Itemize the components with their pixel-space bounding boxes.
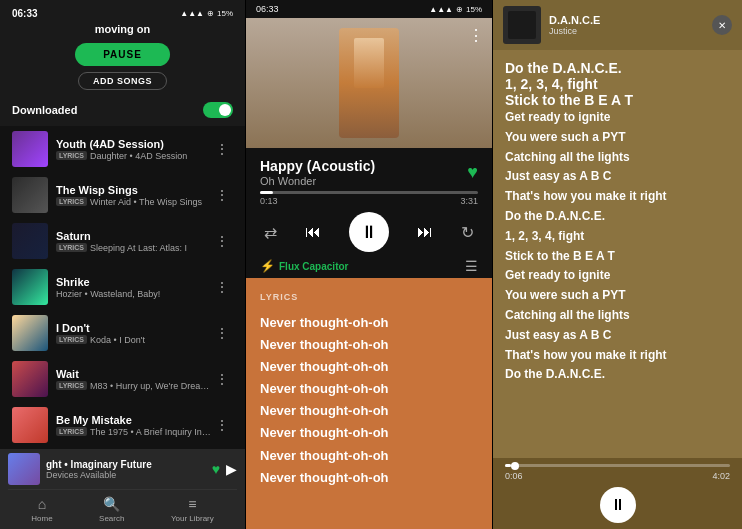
p3-progress-dot <box>511 462 519 470</box>
song-thumb <box>12 223 48 259</box>
song-title: Shrike <box>56 276 211 288</box>
bottom-nav: ⌂ Home 🔍 Search ≡ Your Library <box>8 489 237 525</box>
song-meta: LYRICS Winter Aid • The Wisp Sings <box>56 197 211 207</box>
nav-search-label: Search <box>99 514 124 523</box>
p3-play-button[interactable]: ⏸ <box>600 487 636 523</box>
lyric-line: Stick to the B E A T <box>505 92 730 108</box>
home-icon: ⌂ <box>38 496 46 512</box>
p3-total-time: 4:02 <box>712 471 730 481</box>
pause-button[interactable]: PAUSE <box>75 43 170 66</box>
song-meta: LYRICS M83 • Hurry up, We're Dreaming <box>56 381 211 391</box>
more-options-button[interactable]: ⋮ <box>468 26 484 45</box>
progress-bar[interactable] <box>260 191 478 194</box>
album-art-figure <box>339 28 399 138</box>
track-details: Happy (Acoustic) Oh Wonder <box>260 158 375 187</box>
p3-track-info: D.A.N.C.E Justice <box>549 14 704 36</box>
lyric-line: Never thought-oh-oh <box>260 334 478 356</box>
more-icon[interactable]: ⋮ <box>211 233 233 249</box>
more-icon[interactable]: ⋮ <box>211 325 233 341</box>
status-icons-1: ▲▲▲ ⊕ 15% <box>180 9 233 18</box>
search-icon: 🔍 <box>103 496 120 512</box>
song-title: Saturn <box>56 230 211 242</box>
more-icon[interactable]: ⋮ <box>211 371 233 387</box>
nav-library[interactable]: ≡ Your Library <box>171 496 214 523</box>
list-item[interactable]: Saturn LYRICS Sleeping At Last: Atlas: I… <box>4 218 241 264</box>
list-item[interactable]: Shrike Hozier • Wasteland, Baby! ⋮ <box>4 264 241 310</box>
song-thumb <box>12 269 48 305</box>
battery-icon-2: 15% <box>466 5 482 14</box>
lyric-line: Do the D.A.N.C.E. <box>505 365 730 385</box>
play-pause-button[interactable]: ⏸ <box>349 212 389 252</box>
lyrics-badge: LYRICS <box>56 243 87 252</box>
song-title: The Wisp Sings <box>56 184 211 196</box>
lyric-line: Never thought-oh-oh <box>260 356 478 378</box>
lyric-line: Just easy as A B C <box>505 326 730 346</box>
flux-row: ⚡ Flux Capacitor ☰ <box>246 254 492 278</box>
repeat-button[interactable]: ↻ <box>461 223 474 242</box>
song-thumb <box>12 407 48 443</box>
song-artist: Hozier • Wasteland, Baby! <box>56 289 160 299</box>
track-artist: Oh Wonder <box>260 175 375 187</box>
wifi-icon-2: ⊕ <box>456 5 463 14</box>
song-artist: Sleeping At Last: Atlas: I <box>90 243 187 253</box>
lyric-line: You were such a PYT <box>505 128 730 148</box>
more-icon[interactable]: ⋮ <box>211 187 233 203</box>
status-bar-1: 06:33 ▲▲▲ ⊕ 15% <box>12 8 233 23</box>
lyric-line: Do the D.A.N.C.E. <box>505 60 730 76</box>
track-info: Happy (Acoustic) Oh Wonder ♥ <box>246 148 492 191</box>
heart-icon[interactable]: ♥ <box>212 461 220 477</box>
lyrics-badge: LYRICS <box>56 151 87 160</box>
lyric-line: Get ready to ignite <box>505 108 730 128</box>
lyric-line: Never thought-oh-oh <box>260 467 478 489</box>
more-icon[interactable]: ⋮ <box>211 279 233 295</box>
now-playing-bar: ght • Imaginary Future Devices Available… <box>0 449 245 529</box>
nav-home[interactable]: ⌂ Home <box>31 496 52 523</box>
battery-icon: 15% <box>217 9 233 18</box>
song-artist: Daughter • 4AD Session <box>90 151 187 161</box>
play-pause-icon[interactable]: ▶ <box>226 461 237 477</box>
play-pause-icon-main: ⏸ <box>360 222 378 243</box>
lyrics-lines: Never thought-oh-ohNever thought-oh-ohNe… <box>260 312 478 489</box>
lyric-line: Stick to the B E A T <box>505 247 730 267</box>
song-info: Saturn LYRICS Sleeping At Last: Atlas: I <box>56 230 211 253</box>
nav-home-label: Home <box>31 514 52 523</box>
add-songs-button[interactable]: ADD SONGS <box>78 72 167 90</box>
signal-icon: ▲▲▲ <box>180 9 204 18</box>
library-icon: ≡ <box>188 496 196 512</box>
now-playing-artist: Devices Available <box>46 470 212 480</box>
downloaded-toggle[interactable] <box>203 102 233 118</box>
status-icons-2: ▲▲▲ ⊕ 15% <box>429 5 482 14</box>
more-icon[interactable]: ⋮ <box>211 417 233 433</box>
list-item[interactable]: The Wisp Sings LYRICS Winter Aid • The W… <box>4 172 241 218</box>
song-artist: The 1975 • A Brief Inquiry Int... <box>90 427 211 437</box>
next-button[interactable]: ⏭ <box>417 223 433 241</box>
p3-progress-bar[interactable] <box>505 464 730 467</box>
list-item[interactable]: Wait LYRICS M83 • Hurry up, We're Dreami… <box>4 356 241 402</box>
list-item[interactable]: Be My Mistake LYRICS The 1975 • A Brief … <box>4 402 241 448</box>
status-bar-2: 06:33 ▲▲▲ ⊕ 15% <box>246 0 492 18</box>
lyric-line: Do the D.A.N.C.E. <box>505 207 730 227</box>
nav-search[interactable]: 🔍 Search <box>99 496 124 523</box>
list-item[interactable]: I Don't LYRICS Koda • I Don't ⋮ <box>4 310 241 356</box>
flux-label: ⚡ Flux Capacitor <box>260 259 348 273</box>
shuffle-button[interactable]: ⇄ <box>264 223 277 242</box>
album-art: ⋮ <box>246 18 492 148</box>
status-time-1: 06:33 <box>12 8 38 19</box>
lyrics-badge: LYRICS <box>56 381 87 390</box>
track-heart-icon[interactable]: ♥ <box>467 162 478 183</box>
list-icon[interactable]: ☰ <box>465 258 478 274</box>
lyrics-badge: LYRICS <box>56 335 87 344</box>
lyrics-badge: LYRICS <box>56 197 87 206</box>
song-info: I Don't LYRICS Koda • I Don't <box>56 322 211 345</box>
prev-button[interactable]: ⏮ <box>305 223 321 241</box>
library-header: 06:33 ▲▲▲ ⊕ 15% moving on PAUSE ADD SONG… <box>0 0 245 126</box>
song-thumb <box>12 361 48 397</box>
close-button[interactable]: ✕ <box>712 15 732 35</box>
song-title: Youth (4AD Session) <box>56 138 211 150</box>
lyric-line: That's how you make it right <box>505 346 730 366</box>
current-time: 0:13 <box>260 196 278 206</box>
more-icon[interactable]: ⋮ <box>211 141 233 157</box>
lyric-line: Catching all the lights <box>505 148 730 168</box>
lyric-line: That's how you make it right <box>505 187 730 207</box>
list-item[interactable]: Youth (4AD Session) LYRICS Daughter • 4A… <box>4 126 241 172</box>
